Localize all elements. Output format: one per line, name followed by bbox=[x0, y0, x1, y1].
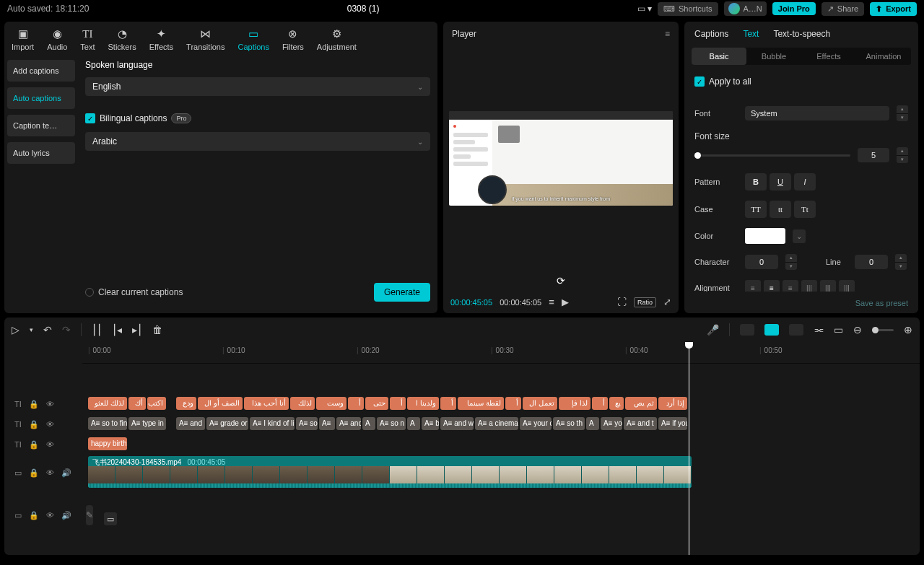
adjust-track-icon[interactable]: ▭ bbox=[14, 511, 22, 520]
caption-clip[interactable]: لذا فإ bbox=[559, 397, 590, 410]
font-size-stepper[interactable]: ▴▾ bbox=[897, 147, 908, 163]
italic-button[interactable]: I bbox=[794, 173, 816, 190]
align-left-button[interactable]: ≡ bbox=[745, 280, 761, 292]
caption-clip[interactable]: A≡ and w bbox=[440, 417, 474, 430]
caption-clip[interactable]: A≡ so n bbox=[377, 417, 406, 430]
caption-clip[interactable]: A≡ so to find bbox=[88, 417, 127, 430]
caption-track-extra[interactable]: happy birth bbox=[82, 434, 920, 455]
caption-clip[interactable]: A bbox=[362, 417, 375, 430]
timeline-ruler[interactable]: 00:0000:1000:2000:3000:4000:50 bbox=[82, 342, 920, 364]
lock-icon[interactable]: 🔒 bbox=[29, 511, 39, 520]
generate-button[interactable]: Generate bbox=[374, 283, 430, 302]
tab-captions[interactable]: Captions bbox=[694, 29, 728, 39]
mute-icon[interactable]: 🔊 bbox=[61, 511, 71, 520]
tool-text[interactable]: TIText bbox=[80, 27, 95, 51]
tool-import[interactable]: ▣Import bbox=[12, 27, 34, 51]
player-menu-icon[interactable]: ≡ bbox=[665, 29, 670, 39]
play-icon[interactable]: ▶ bbox=[562, 297, 569, 307]
tool-transitions[interactable]: ⋈Transitions bbox=[186, 27, 225, 51]
bold-button[interactable]: B bbox=[745, 173, 767, 190]
playhead[interactable] bbox=[689, 342, 689, 555]
eye-icon[interactable]: 👁 bbox=[46, 400, 54, 408]
subtab-bubble[interactable]: Bubble bbox=[746, 48, 801, 65]
caption-clip[interactable]: إذا أرد bbox=[658, 397, 687, 410]
align-right-button[interactable]: ≡ bbox=[783, 280, 798, 292]
caption-clip[interactable]: أ bbox=[505, 397, 521, 410]
sidebar-auto-captions[interactable]: Auto captions bbox=[7, 87, 75, 109]
subtab-basic[interactable]: Basic bbox=[692, 48, 746, 65]
delete-button[interactable]: 🗑 bbox=[152, 324, 162, 336]
caption-clip[interactable]: A≡ if you bbox=[658, 417, 687, 430]
sidebar-caption-template[interactable]: Caption te… bbox=[7, 115, 75, 136]
caption-clip[interactable]: A≡ yo bbox=[601, 417, 622, 430]
lock-icon[interactable]: 🔒 bbox=[29, 400, 39, 409]
caption-clip[interactable]: لذلك bbox=[290, 397, 315, 410]
tool-stickers[interactable]: ◔Stickers bbox=[108, 27, 136, 51]
character-stepper[interactable]: ▴▾ bbox=[785, 254, 797, 270]
chevron-down-icon[interactable]: ⌄ bbox=[793, 229, 806, 243]
pointer-dropdown[interactable]: ▾ bbox=[30, 326, 33, 333]
line-spacing-input[interactable]: 0 bbox=[855, 255, 888, 269]
align-v2-button[interactable]: ||| bbox=[820, 280, 836, 292]
caption-clip[interactable]: A≡ your c bbox=[520, 417, 552, 430]
video-track[interactable]: 飞书20240430-184535.mp400:00:45:05 bbox=[82, 455, 920, 491]
caption-clip[interactable]: A≡ so th bbox=[553, 417, 585, 430]
caption-clip[interactable]: يع bbox=[609, 397, 624, 410]
video-track-icon[interactable]: ▭ bbox=[14, 468, 22, 478]
magnet-toggle-1[interactable] bbox=[740, 324, 754, 336]
video-clip[interactable]: 飞书20240430-184535.mp400:00:45:05 bbox=[88, 456, 692, 488]
case-upper-button[interactable]: TT bbox=[745, 201, 767, 218]
eye-icon[interactable]: 👁 bbox=[46, 440, 54, 449]
caption-clip[interactable]: A≡ so bbox=[296, 417, 318, 430]
tool-audio[interactable]: ◉Audio bbox=[47, 27, 67, 51]
caption-clip[interactable]: A bbox=[586, 417, 599, 430]
sidebar-add-captions[interactable]: Add captions bbox=[7, 60, 75, 82]
caption-clip[interactable]: ثم يص bbox=[625, 397, 657, 410]
case-lower-button[interactable]: tt bbox=[770, 201, 791, 218]
zoom-out-icon[interactable]: ⊖ bbox=[853, 324, 862, 336]
caption-clip[interactable]: A bbox=[407, 417, 420, 430]
adjustment-track[interactable]: ▭ bbox=[82, 505, 920, 534]
underline-button[interactable]: U bbox=[770, 173, 791, 190]
bilingual-checkbox[interactable]: ✓ bbox=[85, 113, 95, 123]
caption-clip[interactable]: A≡ type in bbox=[128, 417, 166, 430]
list-icon[interactable]: ≡ bbox=[549, 297, 554, 307]
eye-icon[interactable]: 👁 bbox=[46, 468, 54, 477]
text-track-icon[interactable]: TI bbox=[14, 400, 22, 408]
font-stepper[interactable]: ▴▾ bbox=[897, 105, 908, 121]
export-button[interactable]: ⬆ Export bbox=[870, 2, 917, 16]
caption-clip[interactable]: happy birth bbox=[88, 437, 127, 450]
caption-clip[interactable]: أ bbox=[390, 397, 406, 410]
align-v1-button[interactable]: ||| bbox=[801, 280, 817, 292]
link-icon[interactable]: ⫘ bbox=[814, 324, 824, 336]
ratio-button[interactable]: Ratio bbox=[634, 297, 656, 307]
caption-clip[interactable]: A≡ I kind of li bbox=[250, 417, 295, 430]
caption-clip[interactable]: اكتب ف bbox=[147, 397, 166, 410]
sidebar-auto-lyrics[interactable]: Auto lyrics bbox=[7, 142, 75, 164]
video-preview[interactable]: if you want us to inherit maximum style … bbox=[449, 111, 673, 206]
lock-icon[interactable]: 🔒 bbox=[29, 420, 39, 429]
sync-icon[interactable]: ⟳ bbox=[443, 271, 679, 291]
tool-captions[interactable]: ▭Captions bbox=[237, 27, 269, 51]
text-track-icon[interactable]: TI bbox=[14, 420, 22, 429]
caption-clip[interactable]: أ bbox=[348, 397, 364, 410]
eye-icon[interactable]: 👁 bbox=[46, 420, 54, 429]
trim-left-button[interactable]: ⎮◂ bbox=[112, 324, 122, 336]
eye-icon[interactable]: 👁 bbox=[46, 511, 54, 520]
tool-adjustment[interactable]: ⚙Adjustment bbox=[317, 27, 357, 51]
align-center-button[interactable]: ≡ bbox=[764, 280, 780, 292]
zoom-in-icon[interactable]: ⊕ bbox=[904, 324, 912, 336]
bilingual-language-select[interactable]: Arabic⌄ bbox=[85, 132, 430, 151]
caption-clip[interactable]: أ bbox=[592, 397, 608, 410]
redo-button[interactable]: ↷ bbox=[62, 324, 71, 336]
crop-icon[interactable]: ⛶ bbox=[617, 297, 627, 307]
font-select[interactable]: System bbox=[745, 106, 889, 121]
aspect-ratio-icon[interactable]: ▭ ▾ bbox=[637, 4, 652, 14]
caption-clip[interactable]: ولدينا ا bbox=[407, 397, 439, 410]
caption-clip[interactable]: A≡ and t bbox=[624, 417, 657, 430]
caption-clip[interactable]: A≡ and bbox=[176, 417, 205, 430]
color-swatch[interactable] bbox=[745, 228, 785, 244]
tool-filters[interactable]: ⊗Filters bbox=[282, 27, 304, 51]
caption-clip[interactable]: حتى bbox=[365, 397, 388, 410]
caption-clip[interactable]: تعمل ال bbox=[523, 397, 557, 410]
